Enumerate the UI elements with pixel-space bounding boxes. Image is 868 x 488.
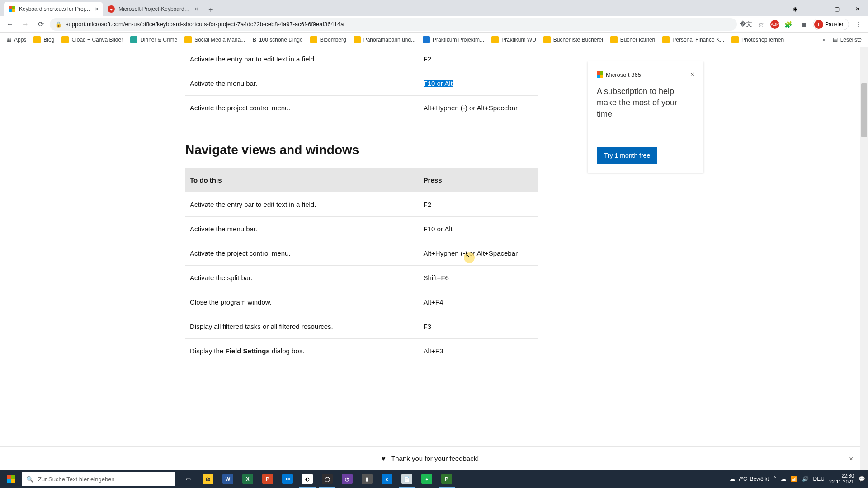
- cell-action: Activate the entry bar to edit text in a…: [185, 47, 419, 71]
- bookmark-item[interactable]: Praktikum WU: [489, 34, 539, 45]
- window-controls: ◉ — ▢ ✕: [785, 2, 868, 16]
- bookmark-item[interactable]: Dinner & Crime: [127, 34, 180, 45]
- url-input[interactable]: 🔒 support.microsoft.com/en-us/office/key…: [50, 18, 737, 31]
- start-button[interactable]: [0, 470, 22, 488]
- shortcut-table-main: To do this Press Activate the entry bar …: [185, 168, 538, 363]
- tray-chevron-icon[interactable]: ˄: [774, 476, 776, 482]
- microsoft-logo-icon: [597, 71, 603, 78]
- cell-action: Activate the project control menu.: [185, 241, 419, 266]
- notifications-icon[interactable]: 💬: [859, 476, 865, 482]
- bookmark-item[interactable]: Blog: [31, 34, 57, 45]
- bookmark-apps[interactable]: ▦Apps: [4, 35, 29, 45]
- bookmark-item[interactable]: Praktikum Projektm...: [420, 34, 487, 45]
- folder-icon: [491, 36, 499, 43]
- folder-icon: [61, 36, 69, 43]
- bookmark-item[interactable]: Photoshop lernen: [729, 34, 787, 45]
- bookmarks-overflow[interactable]: »: [820, 37, 828, 43]
- onedrive-icon[interactable]: ☁: [781, 476, 786, 482]
- bookmark-item[interactable]: Bloomberg: [307, 34, 349, 45]
- star-icon[interactable]: ☆: [755, 18, 768, 31]
- volume-icon[interactable]: 🔊: [802, 476, 809, 482]
- close-icon[interactable]: ×: [690, 70, 694, 79]
- maximize-button[interactable]: ▢: [826, 2, 847, 16]
- try-free-button[interactable]: Try 1 month free: [597, 147, 657, 164]
- app-icon[interactable]: ◔: [337, 470, 357, 488]
- powerpoint-icon[interactable]: P: [258, 470, 278, 488]
- translate-icon[interactable]: �文: [740, 18, 752, 31]
- tab-active[interactable]: Keyboard shortcuts for Project ×: [4, 2, 103, 16]
- lock-icon: 🔒: [55, 21, 62, 28]
- minimize-button[interactable]: —: [806, 2, 826, 16]
- close-icon[interactable]: ×: [95, 5, 99, 13]
- apps-icon: ▦: [6, 37, 11, 43]
- bookmark-item[interactable]: Bücherliste Bücherei: [541, 34, 606, 45]
- bookmark-item[interactable]: Panoramabahn und...: [351, 34, 418, 45]
- scrollbar[interactable]: [860, 47, 868, 470]
- avatar-icon: T: [814, 20, 823, 29]
- weather-widget[interactable]: ☁ 7°C Bewölkt: [730, 476, 769, 482]
- article-body: Activate the entry bar to edit text in a…: [185, 47, 538, 363]
- task-view-icon[interactable]: ▭: [178, 470, 198, 488]
- clock[interactable]: 22:30 22.11.2021: [829, 473, 854, 485]
- close-window-button[interactable]: ✕: [847, 2, 868, 16]
- network-icon[interactable]: 📶: [791, 476, 797, 482]
- menu-icon[interactable]: ⋮: [852, 18, 864, 31]
- system-tray: ☁ 7°C Bewölkt ˄ ☁ 📶 🔊 DEU 22:30 22.11.20…: [730, 473, 868, 485]
- word-icon[interactable]: W: [218, 470, 238, 488]
- language-indicator[interactable]: DEU: [813, 476, 825, 482]
- windows-taskbar: 🔍 Zur Suche Text hier eingeben ▭ 🗂 W X P…: [0, 470, 868, 488]
- favicon-ms-icon: [8, 5, 15, 13]
- cell-action: Activate the menu bar.: [185, 71, 419, 96]
- excel-icon[interactable]: X: [238, 470, 258, 488]
- reading-list-button[interactable]: ▤Leseliste: [830, 35, 864, 45]
- extensions-icon[interactable]: 🧩: [782, 18, 795, 31]
- search-placeholder: Zur Suche Text hier eingeben: [38, 476, 115, 483]
- back-button[interactable]: ←: [4, 18, 16, 31]
- project-icon[interactable]: P: [437, 470, 457, 488]
- bookmark-item[interactable]: Personal Finance K...: [660, 34, 727, 45]
- obs-icon[interactable]: ◯: [317, 470, 337, 488]
- bookmark-item[interactable]: Bücher kaufen: [608, 34, 658, 45]
- tab-inactive[interactable]: ● Microsoft-Project-Keyboard-Sh ×: [103, 2, 203, 16]
- app-icon[interactable]: ▮: [357, 470, 377, 488]
- cursor-icon: ↖: [465, 251, 470, 258]
- close-icon[interactable]: ×: [194, 5, 198, 13]
- explorer-icon[interactable]: 🗂: [198, 470, 218, 488]
- weather-icon: ☁: [730, 476, 735, 482]
- table-row: Activate the menu bar. F10 or Alt: [185, 71, 538, 96]
- spotify-icon[interactable]: ●: [417, 470, 437, 488]
- bold-icon: B: [252, 37, 256, 43]
- cell-press: Alt+Hyphen (-) or Alt+Spacebar: [419, 241, 538, 266]
- mail-icon[interactable]: ✉: [278, 470, 297, 488]
- reading-list-icon[interactable]: ≣: [797, 18, 810, 31]
- cell-press: F10 or Alt: [419, 71, 538, 96]
- table-row: Activate the split bar. Shift+F6: [185, 266, 538, 290]
- abp-icon[interactable]: ABP: [770, 20, 779, 29]
- scrollbar-thumb[interactable]: [861, 83, 867, 137]
- promo-brand: Microsoft 365: [597, 71, 641, 78]
- profile-badge[interactable]: T Pausiert: [813, 19, 849, 30]
- account-icon[interactable]: ◉: [785, 2, 806, 16]
- page-viewport: Activate the entry bar to edit text in a…: [0, 47, 868, 470]
- profile-status: Pausiert: [825, 21, 845, 28]
- folder-icon: [662, 36, 670, 43]
- bookmark-item[interactable]: Cload + Canva Bilder: [59, 34, 126, 45]
- reload-button[interactable]: ⟳: [34, 18, 47, 31]
- address-bar: ← → ⟳ 🔒 support.microsoft.com/en-us/offi…: [0, 16, 868, 33]
- cell-press: Alt+Hyphen (-) or Alt+Spacebar: [419, 96, 538, 120]
- selected-text: F10 or Alt: [424, 80, 453, 87]
- forward-button[interactable]: →: [19, 18, 32, 31]
- close-icon[interactable]: ×: [849, 455, 853, 462]
- notepad-icon[interactable]: 📄: [397, 470, 417, 488]
- table-row: Activate the entry bar to edit text in a…: [185, 47, 538, 71]
- edge-icon[interactable]: e: [377, 470, 397, 488]
- col-header-press: Press: [419, 168, 538, 192]
- bookmark-item[interactable]: Social Media Mana...: [182, 34, 248, 45]
- bookmark-item[interactable]: B100 schöne Dinge: [250, 35, 305, 45]
- cell-press: F2: [419, 47, 538, 71]
- taskbar-search-input[interactable]: 🔍 Zur Suche Text hier eingeben: [22, 472, 175, 486]
- new-tab-button[interactable]: +: [204, 4, 217, 16]
- table-header-row: To do this Press: [185, 168, 538, 192]
- chrome-icon[interactable]: ◐: [297, 470, 317, 488]
- cell-press: F3: [419, 314, 538, 339]
